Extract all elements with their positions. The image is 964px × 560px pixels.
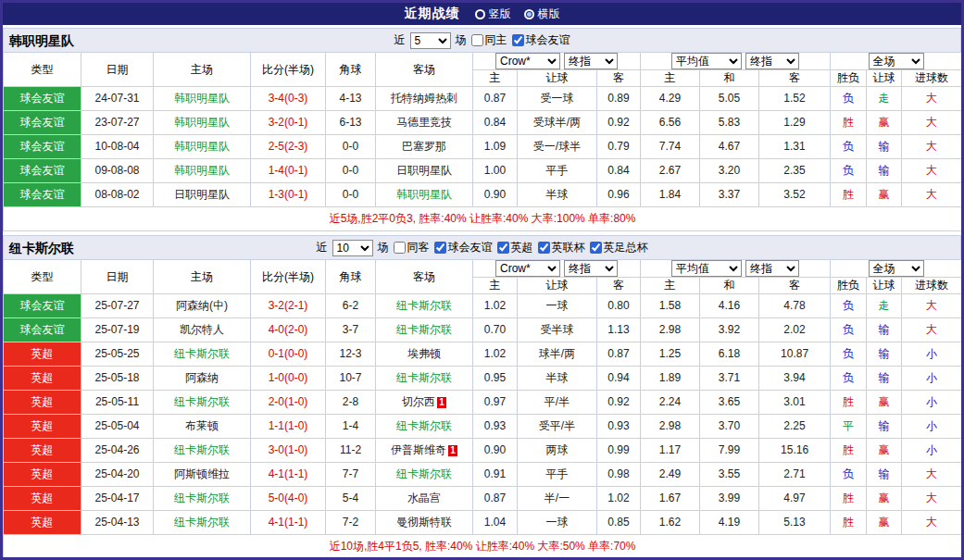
- score-cell[interactable]: 4-0(2-0): [251, 318, 326, 342]
- score-cell[interactable]: 3-2(2-1): [251, 294, 326, 318]
- corner-cell: 0-0: [326, 135, 376, 159]
- league-checkbox[interactable]: 英足总杯: [590, 240, 648, 255]
- layout-option-horizontal[interactable]: 横版: [524, 6, 560, 22]
- home-team-link[interactable]: 纽卡斯尔联: [174, 395, 230, 408]
- odds-away: 1.13: [597, 318, 641, 342]
- away-team-link[interactable]: 水晶宫: [407, 492, 441, 504]
- corner-cell: 2-8: [326, 391, 376, 415]
- score-cell[interactable]: 3-2(0-1): [251, 111, 326, 135]
- away-team-link[interactable]: 日职明星队: [396, 164, 452, 177]
- home-team-link[interactable]: 韩职明星队: [174, 164, 230, 177]
- league-input[interactable]: [590, 242, 602, 254]
- result-outcome: 负: [831, 135, 867, 159]
- average-stage-select[interactable]: 终指: [745, 53, 799, 69]
- league-checkbox[interactable]: 球会友谊: [434, 240, 493, 255]
- league-input[interactable]: [538, 242, 550, 254]
- league-input[interactable]: [512, 34, 524, 46]
- odds-away: 0.98: [597, 463, 641, 487]
- away-team-link[interactable]: 切尔西: [402, 395, 435, 408]
- away-team-link[interactable]: 纽卡斯尔联: [396, 467, 452, 480]
- match-count-select[interactable]: 10: [332, 240, 373, 256]
- team-section: 韩职明星队近5场同主球会友谊类型日期主场比分(半场)角球客场Crow*终指平均值…: [3, 28, 961, 231]
- away-team-link[interactable]: 马德里竞技: [396, 116, 452, 129]
- league-checkbox[interactable]: 英超: [497, 240, 533, 255]
- away-team-link[interactable]: 曼彻斯特联: [396, 516, 452, 529]
- odds-stage-select[interactable]: 终指: [564, 53, 618, 69]
- avg-home: 1.89: [641, 367, 700, 391]
- score-cell[interactable]: 3-0(1-0): [251, 439, 326, 463]
- score-cell[interactable]: 1-4(0-1): [251, 159, 326, 183]
- average-select[interactable]: 平均值: [671, 260, 742, 277]
- home-team-link[interactable]: 阿森纳(中): [176, 299, 228, 312]
- home-team-link[interactable]: 日职明星队: [174, 188, 230, 201]
- same-venue-checkbox[interactable]: 同主: [471, 32, 507, 48]
- odds-home: 0.97: [473, 391, 518, 415]
- away-team-link[interactable]: 韩职明星队: [396, 188, 452, 201]
- result-goals: 小: [902, 391, 962, 415]
- bookmaker-select[interactable]: Crow*: [495, 53, 560, 69]
- result-outcome: 负: [831, 463, 867, 487]
- scope-select[interactable]: 全场: [869, 260, 924, 277]
- match-date: 25-07-19: [81, 318, 154, 342]
- away-team-link[interactable]: 纽卡斯尔联: [396, 323, 452, 336]
- score-cell[interactable]: 3-4(0-3): [251, 87, 326, 111]
- col-header-corner: 角球: [326, 53, 376, 87]
- subcol-avg-0: 主: [641, 278, 700, 294]
- home-team-link[interactable]: 阿森纳: [185, 371, 219, 384]
- league-checkbox[interactable]: 球会友谊: [512, 32, 570, 48]
- score-cell[interactable]: 2-0(1-0): [251, 391, 326, 415]
- odds-handicap: 两球: [518, 439, 597, 463]
- avg-draw: 4.67: [700, 135, 759, 159]
- result-outcome: 负: [831, 294, 867, 318]
- league-checkbox[interactable]: 英联杯: [538, 240, 585, 255]
- match-count-select[interactable]: 5: [410, 32, 451, 49]
- home-team-link[interactable]: 纽卡斯尔联: [174, 492, 230, 504]
- odds-handicap: 受半球: [518, 318, 597, 342]
- scope-select[interactable]: 全场: [869, 53, 924, 69]
- result-outcome: 负: [831, 367, 867, 391]
- home-team-link[interactable]: 纽卡斯尔联: [174, 443, 230, 456]
- score-cell[interactable]: 0-1(0-0): [251, 342, 326, 367]
- away-team-link[interactable]: 巴塞罗那: [402, 140, 446, 153]
- away-team-link[interactable]: 纽卡斯尔联: [396, 371, 452, 384]
- avg-home: 1.62: [641, 511, 700, 535]
- home-team-link[interactable]: 布莱顿: [185, 419, 219, 432]
- home-team-link[interactable]: 阿斯顿维拉: [174, 467, 230, 480]
- league-input[interactable]: [497, 242, 509, 254]
- average-select[interactable]: 平均值: [671, 53, 742, 69]
- bookmaker-select[interactable]: Crow*: [495, 260, 560, 277]
- score-cell[interactable]: 2-5(2-3): [251, 135, 326, 159]
- average-stage-select[interactable]: 终指: [745, 260, 799, 277]
- home-team-link[interactable]: 纽卡斯尔联: [174, 516, 230, 529]
- same-venue-input[interactable]: [394, 242, 406, 254]
- odds-stage-select[interactable]: 终指: [564, 260, 618, 277]
- team-name: 纽卡斯尔联: [9, 236, 74, 260]
- result-handicap: 输: [867, 159, 902, 183]
- away-team-link[interactable]: 纽卡斯尔联: [396, 419, 452, 432]
- result-handicap: 赢: [867, 183, 902, 207]
- odds-handicap: 一球: [518, 294, 597, 318]
- avg-home: 4.29: [641, 87, 700, 111]
- home-team-link[interactable]: 纽卡斯尔联: [174, 347, 230, 360]
- layout-option-vertical[interactable]: 竖版: [475, 6, 511, 22]
- away-team-cell: 马德里竞技: [376, 111, 473, 135]
- score-cell[interactable]: 1-1(1-0): [251, 415, 326, 439]
- away-team-link[interactable]: 托特纳姆热刺: [391, 92, 457, 105]
- away-team-link[interactable]: 伊普斯维奇: [391, 443, 446, 456]
- home-team-link[interactable]: 韩职明星队: [174, 140, 230, 153]
- league-input[interactable]: [434, 242, 446, 254]
- score-cell[interactable]: 5-0(4-0): [251, 487, 326, 511]
- same-venue-input[interactable]: [471, 34, 483, 46]
- away-team-link[interactable]: 纽卡斯尔联: [396, 299, 452, 312]
- score-cell[interactable]: 4-1(1-1): [251, 463, 326, 487]
- score-cell[interactable]: 1-3(0-1): [251, 183, 326, 207]
- home-team-link[interactable]: 韩职明星队: [174, 116, 230, 129]
- odds-away: 0.89: [597, 87, 641, 111]
- home-team-link[interactable]: 凯尔特人: [180, 323, 224, 336]
- score-cell[interactable]: 1-0(0-0): [251, 367, 326, 391]
- home-team-link[interactable]: 韩职明星队: [174, 92, 230, 105]
- away-team-link[interactable]: 埃弗顿: [407, 347, 441, 360]
- score-cell[interactable]: 4-1(1-1): [251, 511, 326, 535]
- same-venue-checkbox[interactable]: 同客: [394, 240, 430, 255]
- result-handicap: 走: [867, 87, 902, 111]
